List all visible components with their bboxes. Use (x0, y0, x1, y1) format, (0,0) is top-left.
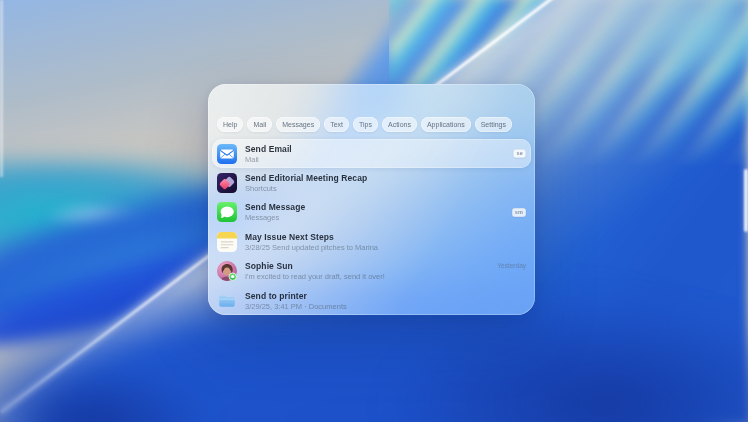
wallpaper-edge-glint-left (0, 0, 3, 177)
result-subtitle: 3/28/25 Send updated pitches to Marina (245, 243, 378, 252)
filter-bar: Help Mail Messages Text Tips Actions App… (217, 117, 531, 132)
filter-pill-text[interactable]: Text (324, 117, 349, 132)
filter-pill-messages[interactable]: Messages (276, 117, 320, 132)
result-title: May Issue Next Steps (245, 232, 378, 242)
results-list: Send Email Mail se (212, 139, 531, 315)
result-row-send-to-printer[interactable]: Send to printer 3/29/25, 3:41 PM · Docum… (212, 286, 531, 315)
result-texts: Send to printer 3/29/25, 3:41 PM · Docum… (245, 291, 347, 311)
quick-key-badge: sm (512, 208, 526, 218)
search-input[interactable] (208, 84, 535, 116)
result-row-may-issue-note[interactable]: May Issue Next Steps 3/28/25 Send update… (212, 227, 531, 256)
messages-app-icon (217, 202, 237, 222)
result-texts: Send Editorial Meeting Recap Shortcuts (245, 173, 367, 193)
filter-pill-tips[interactable]: Tips (353, 117, 378, 132)
shortcuts-app-icon (217, 173, 237, 193)
result-title: Send to printer (245, 291, 347, 301)
result-subtitle: I'm excited to read your draft, send it … (245, 272, 385, 281)
result-texts: Sophie Sun I'm excited to read your draf… (245, 261, 385, 281)
result-title: Send Email (245, 144, 292, 154)
spotlight-panel: Help Mail Messages Text Tips Actions App… (208, 84, 535, 315)
filter-pill-mail[interactable]: Mail (247, 117, 272, 132)
folder-icon (217, 291, 237, 311)
filter-pill-applications[interactable]: Applications (421, 117, 471, 132)
mail-app-icon (217, 144, 237, 164)
filter-pill-settings[interactable]: Settings (475, 117, 512, 132)
filter-pill-help[interactable]: Help (217, 117, 243, 132)
notes-app-icon (217, 232, 237, 252)
result-texts: Send Email Mail (245, 144, 292, 164)
result-row-send-email[interactable]: Send Email Mail se (212, 139, 531, 168)
contact-avatar (217, 261, 237, 281)
result-subtitle: 3/29/25, 3:41 PM · Documents (245, 302, 347, 311)
result-row-sophie-sun[interactable]: Sophie Sun I'm excited to read your draf… (212, 257, 531, 286)
result-texts: May Issue Next Steps 3/28/25 Send update… (245, 232, 378, 252)
result-title: Send Message (245, 202, 305, 212)
result-row-send-editorial-recap[interactable]: Send Editorial Meeting Recap Shortcuts (212, 168, 531, 197)
wallpaper-navy-shadow-left (0, 363, 209, 422)
wallpaper-edge-glint (744, 169, 748, 232)
result-timestamp: Yesterday (497, 262, 526, 269)
result-texts: Send Message Messages (245, 202, 305, 222)
result-row-send-message[interactable]: Send Message Messages sm (212, 198, 531, 227)
quick-key-badge: se (513, 149, 526, 159)
result-subtitle: Mail (245, 155, 292, 164)
filter-pill-actions[interactable]: Actions (382, 117, 417, 132)
desktop: Help Mail Messages Text Tips Actions App… (0, 0, 748, 422)
wallpaper-navy-shadow (389, 304, 748, 422)
result-subtitle: Messages (245, 213, 305, 222)
result-subtitle: Shortcuts (245, 184, 367, 193)
result-title: Sophie Sun (245, 261, 385, 271)
result-title: Send Editorial Meeting Recap (245, 173, 367, 183)
